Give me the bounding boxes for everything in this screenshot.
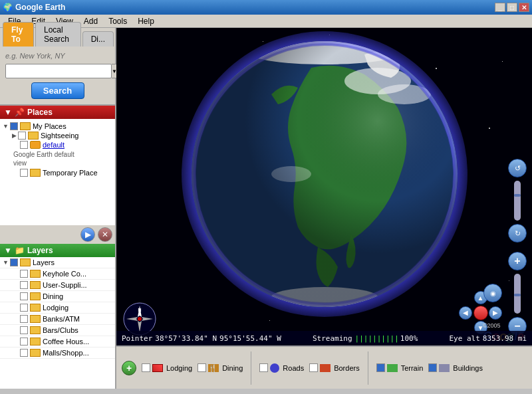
- places-toolbar: ▶ ✕: [0, 225, 115, 244]
- earth-sphere: [192, 41, 458, 307]
- tree-item-temp-place[interactable]: Temporary Place: [0, 168, 115, 177]
- tab-directions[interactable]: Di...: [82, 31, 114, 47]
- zoom-slider[interactable]: [514, 274, 521, 314]
- layer-folder-bars: [30, 326, 41, 334]
- tab-bar: Fly To Local Search Di...: [0, 28, 115, 47]
- menu-add[interactable]: Add: [78, 15, 103, 27]
- app-title: Google Earth: [15, 3, 495, 12]
- layers-header: ▼ 📁 Layers: [0, 244, 115, 257]
- maximize-button[interactable]: □: [507, 3, 517, 12]
- add-layer-button[interactable]: +: [122, 361, 136, 375]
- layers-root-arrow: ▼: [3, 259, 9, 266]
- streaming-label: Streaming: [313, 334, 352, 343]
- layer-item-coffee[interactable]: Coffee Hous...: [0, 336, 115, 347]
- layer-cb-malls[interactable]: [20, 349, 28, 357]
- tree-cb-default[interactable]: [20, 141, 28, 149]
- layer-item-malls[interactable]: Malls/Shopp...: [0, 347, 115, 359]
- places-add-button[interactable]: ▶: [80, 227, 95, 242]
- tree-item-default[interactable]: default: [0, 140, 115, 149]
- tree-cb-temp[interactable]: [20, 169, 28, 177]
- layer-cb-user[interactable]: [20, 281, 28, 289]
- layer-label-bars: Bars/Clubs: [43, 326, 78, 334]
- layers-arrow-icon: ▼: [4, 246, 12, 255]
- tab-local-search[interactable]: Local Search: [35, 22, 81, 47]
- earth-globe-container: [192, 41, 458, 307]
- tilt-slider[interactable]: [514, 181, 521, 221]
- layer-label-keyhole: Keyhole Co...: [43, 270, 86, 278]
- tree-cb-my-places[interactable]: [10, 122, 18, 130]
- main-layout: Fly To Local Search Di... e.g. New York,…: [0, 28, 532, 389]
- layers-folder-icon: 📁: [15, 246, 25, 255]
- tree-folder-sightseeing: [28, 132, 39, 140]
- layer-cb-banks[interactable]: [20, 315, 28, 323]
- places-icon: 📌: [15, 108, 25, 117]
- layer-cb-bars[interactable]: [20, 326, 28, 334]
- map-area[interactable]: N ↺ ↻ + − ▲ ▼ ◀ ▶: [116, 28, 532, 389]
- layer-cb-keyhole[interactable]: [20, 270, 28, 278]
- bottom-layer-roads[interactable]: Roads: [259, 363, 304, 373]
- places-title: Places: [27, 108, 53, 117]
- places-delete-button[interactable]: ✕: [98, 227, 112, 242]
- bottom-cb-terrain[interactable]: [376, 363, 385, 372]
- minimize-button[interactable]: _: [495, 3, 505, 12]
- layer-label-user: User-Suppli...: [43, 281, 87, 289]
- dpad-center[interactable]: [473, 306, 488, 320]
- bottom-cb-borders[interactable]: [309, 363, 318, 372]
- navigation-controls: ↺ ↻ + −: [508, 159, 527, 336]
- copyright-text: ©2005: [483, 322, 524, 329]
- bottom-layer-dining[interactable]: 🍴 Dining: [198, 363, 243, 372]
- layer-item-user[interactable]: User-Suppli...: [0, 280, 115, 291]
- look-joystick-button[interactable]: ◉: [483, 284, 502, 302]
- terrain-label: Terrain: [401, 364, 424, 372]
- layer-item-lodging[interactable]: Lodging: [0, 302, 115, 314]
- layer-item-banks[interactable]: Banks/ATM: [0, 314, 115, 325]
- layer-cb-dining[interactable]: [20, 292, 28, 300]
- places-content: ▼ My Places ▶ Sightseeing default Google…: [0, 119, 115, 225]
- bottom-cb-roads[interactable]: [259, 363, 268, 372]
- tree-item-sightseeing[interactable]: ▶ Sightseeing: [0, 131, 115, 140]
- layer-item-keyhole[interactable]: Keyhole Co...: [0, 268, 115, 280]
- search-button[interactable]: Search: [31, 82, 84, 99]
- search-input[interactable]: [5, 64, 112, 78]
- lat-value: 38°57'33.84" N: [155, 334, 217, 343]
- bottom-cb-lodging[interactable]: [142, 363, 150, 372]
- search-section: e.g. New York, NY ▼ Search: [0, 47, 115, 106]
- lon-value: 95°15'55.44" W: [219, 334, 281, 343]
- layer-item-dining[interactable]: Dining: [0, 291, 115, 302]
- zoom-in-button[interactable]: +: [508, 252, 527, 270]
- layer-cb-coffee[interactable]: [20, 338, 28, 345]
- lodging-icon: [152, 364, 163, 372]
- layer-folder-banks: [30, 315, 41, 323]
- tree-cb-sightseeing[interactable]: [18, 132, 26, 140]
- tree-icon-default: [30, 141, 41, 149]
- bottom-cb-dining[interactable]: [198, 363, 206, 372]
- bottom-layer-lodging[interactable]: Lodging: [142, 363, 192, 372]
- layer-item-bars[interactable]: Bars/Clubs: [0, 325, 115, 336]
- tree-label-my-places: My Places: [33, 122, 66, 130]
- tilt-up-button[interactable]: ↺: [508, 159, 527, 177]
- tab-fly-to[interactable]: Fly To: [3, 22, 34, 47]
- layers-root-folder: [20, 258, 31, 266]
- bottom-cb-buildings[interactable]: [428, 363, 437, 372]
- dpad-left[interactable]: ◀: [459, 306, 472, 320]
- layer-item-root[interactable]: ▼ Layers: [0, 257, 115, 268]
- title-bar: 🌍 Google Earth _ □ ✕: [0, 0, 532, 15]
- eye-label: Eye alt: [449, 334, 479, 343]
- dpad-right[interactable]: ▶: [489, 306, 502, 320]
- layer-label-coffee: Coffee Hous...: [43, 338, 89, 345]
- search-input-container: ▼: [5, 64, 110, 78]
- bottom-layer-buildings[interactable]: Buildings: [428, 363, 483, 372]
- terrain-icon: [387, 364, 398, 372]
- menu-help[interactable]: Help: [132, 15, 160, 27]
- close-button[interactable]: ✕: [519, 3, 529, 12]
- tree-label-default[interactable]: default: [43, 141, 65, 149]
- tree-item-my-places[interactable]: ▼ My Places: [0, 122, 115, 131]
- layer-cb-lodging[interactable]: [20, 304, 28, 312]
- layers-root-cb[interactable]: [10, 258, 18, 266]
- bottom-layer-borders[interactable]: Borders: [309, 363, 360, 372]
- bottom-layer-terrain[interactable]: Terrain: [376, 363, 424, 372]
- extra-controls: ◉: [483, 284, 502, 302]
- tilt-down-button[interactable]: ↻: [508, 224, 527, 243]
- menu-tools[interactable]: Tools: [103, 15, 132, 27]
- tree-arrow-sightseeing: ▶: [12, 132, 17, 139]
